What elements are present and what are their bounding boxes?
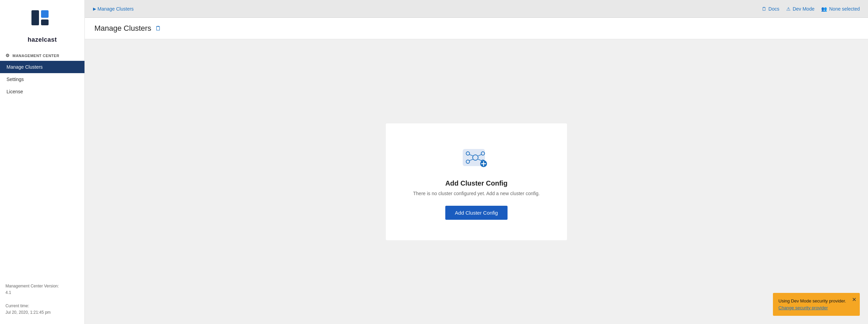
- svg-rect-1: [41, 10, 49, 18]
- version-label: Management Center Version:: [5, 283, 79, 289]
- time-value: Jul 20, 2020, 1:21:45 pm: [5, 309, 79, 316]
- cluster-selector[interactable]: 👥 None selected: [821, 6, 860, 12]
- svg-rect-2: [41, 19, 49, 25]
- gear-icon: ⚙: [5, 53, 10, 58]
- logo-area: hazelcast: [0, 0, 84, 49]
- main-area: ▶ Manage Clusters 🗒 Docs ⚠ Dev Mode 👥 No…: [85, 0, 868, 324]
- time-label: Current time:: [5, 303, 79, 309]
- add-cluster-config-button[interactable]: Add Cluster Config: [445, 206, 508, 220]
- toast-message: Using Dev Mode security provider.: [778, 298, 846, 303]
- sidebar-item-license[interactable]: License: [0, 85, 84, 98]
- sidebar-item-settings[interactable]: Settings: [0, 73, 84, 85]
- breadcrumb: ▶ Manage Clusters: [93, 6, 134, 12]
- devmode-button[interactable]: ⚠ Dev Mode: [786, 6, 815, 12]
- toast-change-security-link[interactable]: Change security provider: [778, 305, 828, 310]
- docs-button[interactable]: 🗒 Docs: [762, 6, 779, 12]
- page-header: Manage Clusters 🗒: [85, 18, 868, 39]
- topbar-actions: 🗒 Docs ⚠ Dev Mode 👥 None selected: [762, 6, 860, 12]
- empty-state-title: Add Cluster Config: [445, 179, 508, 187]
- topbar: ▶ Manage Clusters 🗒 Docs ⚠ Dev Mode 👥 No…: [85, 0, 868, 18]
- empty-state-card: Add Cluster Config There is no cluster c…: [386, 123, 567, 240]
- breadcrumb-label[interactable]: Manage Clusters: [97, 6, 134, 12]
- toast-close-button[interactable]: ✕: [852, 296, 856, 304]
- sidebar: hazelcast ⚙ MANAGEMENT CENTER Manage Clu…: [0, 0, 85, 324]
- docs-icon: 🗒: [762, 6, 766, 12]
- empty-state-description: There is no cluster configured yet. Add …: [413, 191, 540, 196]
- cluster-add-icon: [461, 144, 492, 171]
- sidebar-item-manage-clusters[interactable]: Manage Clusters: [0, 61, 84, 73]
- cluster-icon-wrapper: [461, 144, 492, 173]
- page-area: Manage Clusters 🗒: [85, 18, 868, 324]
- page-title-icon: 🗒: [155, 25, 161, 32]
- logo-text: hazelcast: [28, 36, 57, 43]
- version-value: 4.1: [5, 289, 79, 296]
- content-area: Add Cluster Config There is no cluster c…: [85, 39, 868, 324]
- page-title: Manage Clusters: [94, 24, 151, 33]
- docs-label: Docs: [768, 6, 779, 12]
- sidebar-meta: Management Center Version: 4.1 Current t…: [0, 275, 84, 324]
- sidebar-section-title: ⚙ MANAGEMENT CENTER: [0, 49, 84, 61]
- devmode-label: Dev Mode: [793, 6, 815, 12]
- cluster-selector-icon: 👥: [821, 6, 827, 12]
- hazelcast-logo-icon: [29, 7, 56, 34]
- sidebar-nav: Manage Clusters Settings License: [0, 61, 84, 98]
- svg-rect-0: [31, 10, 39, 25]
- devmode-icon: ⚠: [786, 6, 791, 12]
- toast-notification: ✕ Using Dev Mode security provider. Chan…: [773, 293, 860, 316]
- breadcrumb-arrow-icon: ▶: [93, 6, 96, 11]
- cluster-selector-label: None selected: [829, 6, 860, 12]
